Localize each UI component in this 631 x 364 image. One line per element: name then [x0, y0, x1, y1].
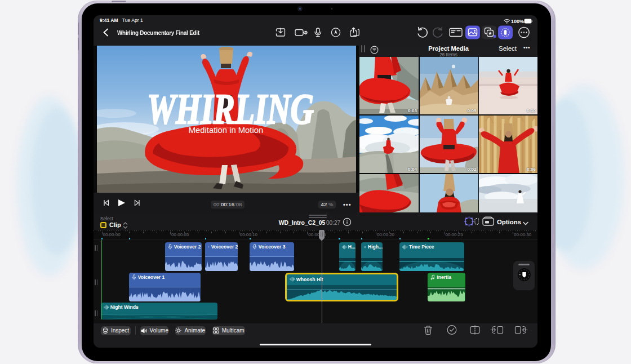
svg-text:100%: 100% [511, 19, 524, 24]
